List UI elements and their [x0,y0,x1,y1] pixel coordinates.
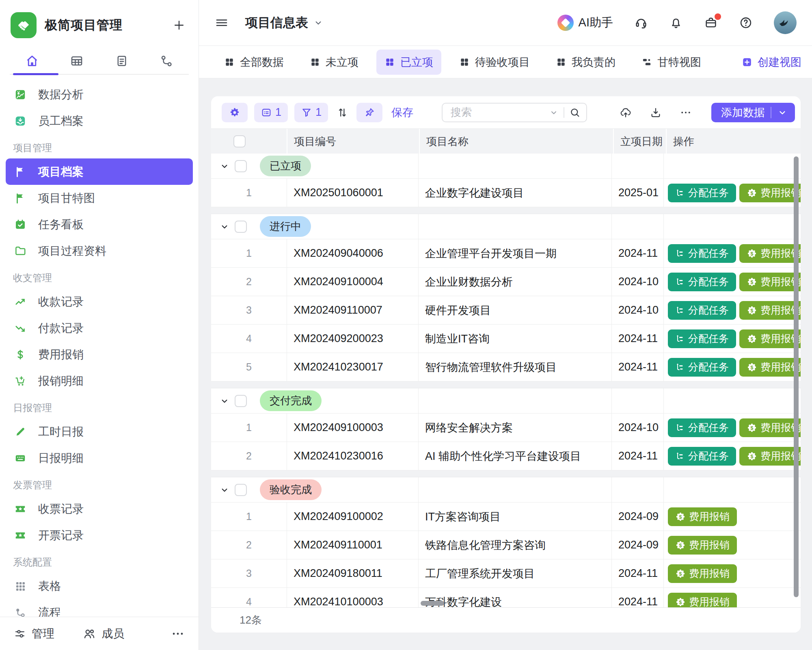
expense-report-button[interactable]: $费用报销 [668,536,737,555]
view-tab-甘特视图[interactable]: 甘特视图 [633,50,709,75]
expense-report-button[interactable]: $费用报销 [739,244,801,263]
sidebar-item-项目档案[interactable]: 项目档案 [6,158,193,185]
column-header-name[interactable]: 项目名称 [420,129,613,154]
assign-task-button[interactable]: 分配任务 [668,447,736,466]
page-title[interactable]: 项目信息表 [245,14,324,31]
members-button[interactable]: 成员 [83,626,124,641]
sidebar-item-项目甘特图[interactable]: 项目甘特图 [6,185,193,211]
search-scope-chevron-icon[interactable] [549,108,559,117]
support-button[interactable] [634,16,648,30]
notifications-button[interactable] [669,16,683,30]
sidebar-item-表格[interactable]: 表格 [6,573,193,599]
row-checkbox[interactable] [235,221,247,233]
row-checkbox[interactable] [235,395,247,407]
column-header-actions[interactable]: 操作 [667,129,801,154]
sidebar-item-项目过程资料[interactable]: 项目过程资料 [6,238,193,264]
group-collapse-chevron[interactable] [219,485,230,495]
expense-report-button[interactable]: $费用报销 [739,418,801,437]
menu-toggle-button[interactable] [214,15,229,30]
add-workspace-button[interactable] [170,16,188,34]
select-all-checkbox[interactable] [233,135,246,147]
search-icon[interactable] [569,107,581,118]
row-checkbox[interactable] [235,484,247,496]
group-collapse-chevron[interactable] [219,221,230,232]
view-tab-全部数据[interactable]: 全部数据 [216,50,292,75]
sidebar-item-流程[interactable]: 流程 [6,599,193,617]
column-header-code[interactable]: 项目编号 [287,129,419,154]
vertical-scrollbar[interactable] [794,156,799,597]
sidebar-item-数据分析[interactable]: 数据分析 [6,81,193,108]
table-row[interactable]: 2XM202409110001铁路信息化管理方案咨询2024-09$费用报销 [211,531,801,559]
sidebar-item-员工档案[interactable]: 员工档案 [6,108,193,134]
sidebar-item-收款记录[interactable]: 收款记录 [6,288,193,315]
table-row[interactable]: 5XM202410230017智行物流管理软件升级项目2024-11分配任务$费… [211,353,801,381]
avatar[interactable] [774,11,797,34]
row-checkbox[interactable] [235,160,247,172]
export-icon[interactable] [650,106,662,119]
sidebar-tab-flow[interactable] [144,48,189,74]
table-row[interactable]: 4XM202410100003万科数字化建设2024-11$费用报销 [211,588,801,607]
sidebar-tab-home[interactable] [10,48,54,74]
table-row[interactable]: 4XM202409200023制造业IT咨询2024-11分配任务$费用报销 [211,325,801,353]
horizontal-scrollbar[interactable] [421,601,444,606]
table-row[interactable]: 1XM202409100002IT方案咨询项目2024-09$费用报销 [211,503,801,531]
group-collapse-chevron[interactable] [219,396,230,406]
view-tab-待验收项目[interactable]: 待验收项目 [451,50,538,75]
assign-task-button[interactable]: 分配任务 [668,244,736,263]
add-data-button[interactable]: 添加数据 [711,103,795,122]
expense-report-button[interactable]: $费用报销 [668,507,737,526]
sidebar-item-工时日报[interactable]: 工时日报 [6,418,193,445]
table-row[interactable]: 1XM202409100003网络安全解决方案2024-10分配任务$费用报销 [211,414,801,442]
assign-task-button[interactable]: 分配任务 [668,273,736,291]
sidebar-tab-document[interactable] [99,48,144,74]
workbench-button[interactable] [704,16,718,30]
sidebar-item-收票记录[interactable]: 收票记录 [6,496,193,522]
ai-assistant-button[interactable]: AI助手 [557,15,613,31]
sort-button[interactable] [335,103,350,122]
table-row[interactable]: 3XM202409110007硬件开发项目2024-10分配任务$费用报销 [211,296,801,325]
view-tab-我负责的[interactable]: 我负责的 [548,50,624,75]
expense-report-button[interactable]: $费用报销 [739,329,801,348]
sidebar-item-日报明细[interactable]: 日报明细 [6,445,193,471]
assign-task-button[interactable]: 分配任务 [668,301,736,320]
toolbar-right: 添加数据 [620,103,795,122]
expense-report-button[interactable]: $费用报销 [668,564,737,583]
assign-task-button[interactable]: 分配任务 [668,358,736,377]
more-actions-icon[interactable] [680,106,692,119]
search-input[interactable] [450,106,549,119]
assign-task-button[interactable]: 分配任务 [668,329,736,348]
group-collapse-chevron[interactable] [219,161,230,171]
table-row[interactable]: 3XM202409180011工厂管理系统开发项目2024-11$费用报销 [211,559,801,588]
sidebar-item-付款记录[interactable]: 付款记录 [6,315,193,341]
sidebar-item-任务看板[interactable]: 任务看板 [6,211,193,238]
view-tab-创建视图[interactable]: 创建视图 [734,50,810,75]
help-button[interactable] [739,16,753,30]
expense-report-button[interactable]: $费用报销 [739,273,801,291]
filter-button[interactable]: 1 [294,103,328,122]
view-tab-已立项[interactable]: 已立项 [376,50,441,75]
sidebar-tab-table[interactable] [54,48,99,74]
table-row[interactable]: 1XM202409040006企业管理平台开发项目一期2024-11分配任务$费… [211,239,801,268]
expense-report-button[interactable]: $费用报销 [739,184,801,202]
sidebar-more-button[interactable] [171,627,185,641]
sidebar-item-报销明细[interactable]: 报销明细 [6,368,193,394]
expense-report-button[interactable]: $费用报销 [739,301,801,320]
view-settings-button[interactable] [222,103,248,122]
sidebar-item-费用报销[interactable]: 费用报销 [6,341,193,368]
expense-report-button[interactable]: $费用报销 [668,593,737,608]
table-row[interactable]: 2XM202410230016AI 辅助个性化学习平台建设项目2024-11分配… [211,442,801,470]
assign-task-button[interactable]: 分配任务 [668,184,736,202]
assign-task-button[interactable]: 分配任务 [668,418,736,437]
table-row[interactable]: 2XM202409100004企业业财数据分析2024-10分配任务$费用报销 [211,268,801,296]
expense-report-button[interactable]: $费用报销 [739,358,801,377]
table-row[interactable]: 1XM202501060001企业数字化建设项目2025-01分配任务$费用报销 [211,179,801,207]
field-config-button[interactable]: 1 [254,103,288,122]
save-button[interactable]: 保存 [391,105,413,120]
manage-button[interactable]: 管理 [14,626,54,641]
pin-button[interactable] [356,103,382,122]
sidebar-item-开票记录[interactable]: 开票记录 [6,522,193,548]
expense-report-button[interactable]: $费用报销 [739,447,801,466]
view-tab-未立项[interactable]: 未立项 [302,50,367,75]
import-icon[interactable] [620,106,632,119]
column-header-date[interactable]: 立项日期 [614,129,666,154]
